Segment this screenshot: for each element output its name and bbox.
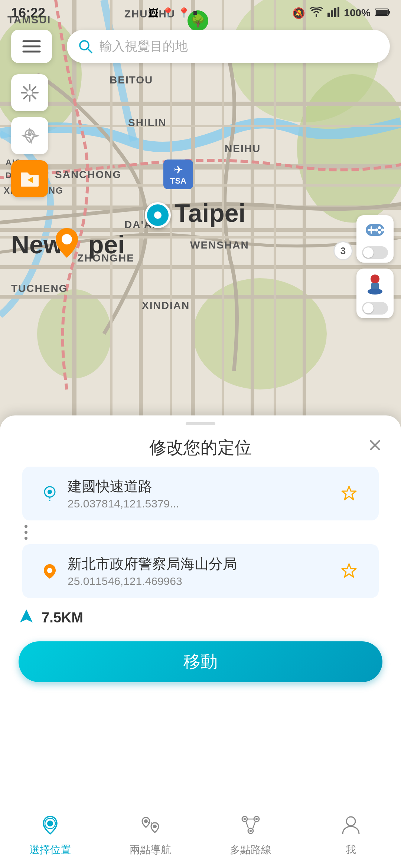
svg-rect-25 (327, 13, 330, 17)
gamepad-panel (356, 215, 394, 263)
map-label-beitou: BEITOU (110, 74, 153, 86)
svg-point-70 (250, 830, 252, 832)
distance-text: 7.5KM (42, 610, 83, 626)
svg-point-71 (346, 817, 355, 826)
distance-row: 7.5KM (0, 598, 401, 638)
location-name-1: 建國快速道路 (68, 477, 329, 496)
star-button-1[interactable] (338, 483, 360, 505)
nav-two-point-label: 兩點導航 (130, 843, 171, 857)
freeze-button[interactable] (11, 74, 48, 111)
navigation-icon (19, 608, 34, 627)
move-button[interactable]: 移動 (19, 641, 382, 682)
svg-point-42 (28, 132, 32, 136)
location-coords-1: 25.037814,121.5379... (68, 497, 329, 510)
map-label-sanchong: SANCHONG (55, 169, 121, 181)
map-label-xindian: XINDIAN (142, 300, 190, 312)
status-icons: 🔕 100% (292, 7, 390, 20)
location-icon-2 (41, 562, 59, 580)
svg-point-64 (153, 825, 157, 828)
map-label-shilin: SHILIN (128, 117, 167, 129)
bottom-nav: 選擇位置 兩點導航 (0, 807, 401, 868)
taipei-location-dot (145, 202, 171, 228)
svg-point-68 (244, 818, 246, 820)
svg-point-59 (47, 568, 52, 573)
svg-line-36 (88, 49, 92, 53)
nav-multi-point-label: 多點路線 (230, 843, 271, 857)
sheet-title: 修改您的定位 (149, 436, 252, 459)
sheet-header: 修改您的定位 (0, 425, 401, 467)
left-tools (11, 74, 48, 197)
multi-point-icon (240, 815, 261, 840)
location-item-1[interactable]: 建國快速道路 25.037814,121.5379... (22, 467, 379, 520)
location-coords-2: 25.011546,121.469963 (68, 575, 329, 588)
search-placeholder: 輸入視覺目的地 (100, 38, 188, 55)
gamepad-toggle[interactable] (362, 246, 388, 259)
gamepad-button[interactable] (356, 215, 394, 244)
signal-icon (327, 7, 339, 20)
profile-icon (340, 815, 361, 840)
svg-marker-60 (20, 609, 33, 622)
svg-point-50 (375, 228, 378, 231)
svg-rect-27 (334, 8, 336, 17)
nav-select-label: 選擇位置 (29, 843, 71, 857)
svg-point-51 (371, 274, 379, 283)
map-label-neihu: NEIHU (225, 143, 261, 155)
location-item-2-wrapper: 新北市政府警察局海山分局 25.011546,121.469963 (11, 544, 390, 598)
battery-icon (375, 7, 390, 19)
route-dots (0, 520, 26, 544)
svg-rect-26 (331, 10, 333, 17)
svg-point-57 (48, 490, 52, 494)
move-button-label: 移動 (183, 650, 218, 673)
map-label-wenshan: WENSHAN (190, 239, 249, 251)
close-button[interactable] (364, 434, 386, 456)
map-label-tucheng: TUCHENG (11, 283, 68, 295)
taipei-label: Taipei (175, 198, 245, 227)
number-badge-3: 3 (333, 241, 353, 260)
menu-button[interactable] (11, 30, 52, 63)
svg-point-61 (47, 821, 53, 826)
location-info-1: 建國快速道路 25.037814,121.5379... (68, 477, 329, 510)
battery-text: 100% (344, 7, 371, 19)
svg-point-69 (255, 818, 258, 820)
airport-marker: ✈ TSA (163, 160, 193, 189)
location-mode-button[interactable] (11, 117, 48, 154)
nav-profile[interactable]: 我 (301, 815, 401, 857)
mute-icon: 🔕 (292, 7, 305, 19)
sheet-handle (186, 422, 215, 425)
status-bar: 16:22 🖼 📍 📍 🔕 100% (0, 0, 401, 26)
svg-point-24 (62, 234, 72, 244)
location-icon-1 (41, 485, 59, 503)
search-bar[interactable]: 輸入視覺目的地 (67, 30, 390, 63)
right-tools (356, 215, 394, 324)
svg-point-48 (381, 228, 384, 231)
nav-multi-point[interactable]: 多點路線 (200, 815, 301, 857)
star-button-2[interactable] (338, 560, 360, 582)
joystick-panel (356, 269, 394, 318)
search-icon (78, 39, 93, 54)
folder-button[interactable] (11, 160, 48, 197)
select-location-icon (40, 815, 61, 840)
nav-select-location[interactable]: 選擇位置 (0, 815, 100, 857)
location-item-2[interactable]: 新北市政府警察局海山分局 25.011546,121.469963 (22, 544, 379, 598)
svg-rect-28 (338, 7, 339, 17)
svg-point-53 (368, 289, 382, 295)
location-name-2: 新北市政府警察局海山分局 (68, 555, 329, 573)
svg-point-63 (144, 819, 148, 823)
svg-rect-31 (376, 10, 388, 15)
svg-point-41 (27, 90, 33, 96)
status-time: 16:22 (11, 5, 45, 21)
nav-two-point[interactable]: 兩點導航 (100, 815, 200, 857)
svg-rect-30 (388, 11, 390, 14)
svg-point-49 (378, 231, 381, 234)
joystick-button[interactable] (356, 269, 394, 300)
wifi-icon (310, 7, 323, 20)
taipei-label-pei: pei (88, 230, 125, 259)
joystick-toggle[interactable] (362, 302, 388, 315)
location-info-2: 新北市政府警察局海山分局 25.011546,121.469963 (68, 555, 329, 588)
location-item-1-wrapper: 建國快速道路 25.037814,121.5379... (11, 467, 390, 520)
nav-profile-label: 我 (346, 843, 356, 857)
svg-point-47 (378, 226, 381, 229)
map-area[interactable]: 🌳 TAMSUI ZHUZIHU BEITOU SHILIN NEIHU XIN… (0, 0, 401, 445)
two-point-icon (140, 815, 161, 840)
bottom-sheet: 修改您的定位 建國快速道路 25.037814,121.5379... (0, 415, 401, 868)
